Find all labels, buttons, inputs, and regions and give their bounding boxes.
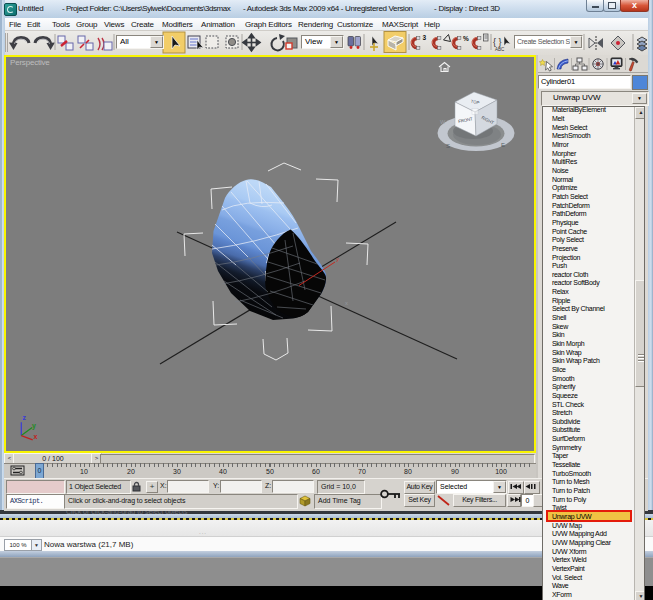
svg-text:E: E [501,142,505,148]
svg-text:3: 3 [423,34,427,41]
svg-text:x: x [34,433,38,440]
svg-text:%: % [463,35,469,42]
svg-text:W: W [440,119,446,125]
svg-text:y: y [336,256,339,262]
svg-text:x: x [345,300,348,306]
svg-text:{ }: { } [493,37,502,47]
svg-text:y: y [32,422,36,430]
svg-text:z: z [23,414,27,421]
svg-text:ABC: ABC [495,47,505,52]
svg-text:S: S [446,143,450,149]
